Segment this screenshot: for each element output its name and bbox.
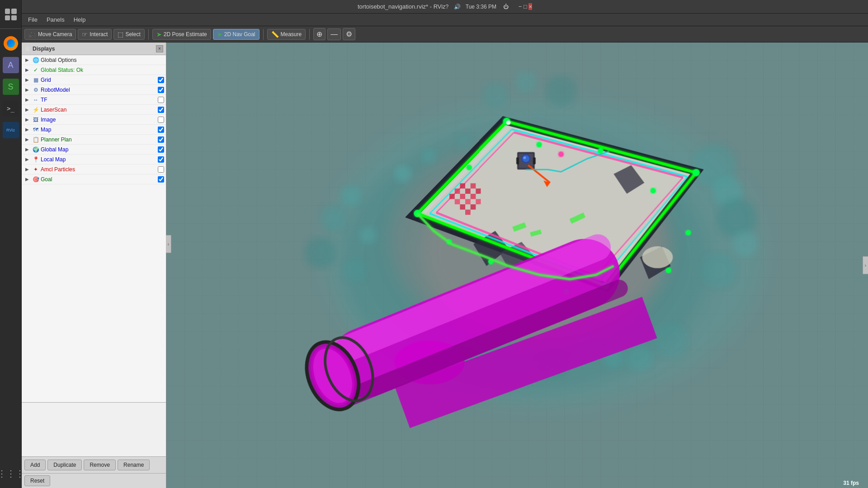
tree-item-global-options[interactable]: ▶ 🌐 Global Options <box>22 55 166 65</box>
amcl-particles-checkbox[interactable] <box>158 166 164 173</box>
expand-arrow-amcl: ▶ <box>25 167 31 172</box>
app2-button[interactable]: S <box>0 76 22 98</box>
app1-button[interactable]: A <box>0 54 22 76</box>
crosshair-button[interactable]: ⊕ <box>313 28 326 40</box>
map-icon: 🗺 <box>32 126 39 133</box>
maximize-button[interactable]: □ <box>524 3 527 10</box>
map-checkbox[interactable] <box>158 127 164 133</box>
expand-arrow-tf: ▶ <box>25 97 31 102</box>
content-area: 🖥 Displays × ▶ 🌐 Global Options ▶ ✓ Glob… <box>22 42 868 488</box>
select-button[interactable]: ⬚ Select <box>113 29 144 40</box>
expand-arrow-robot: ▶ <box>25 87 31 92</box>
pose-estimate-button[interactable]: ➤ 2D Pose Estimate <box>152 29 211 40</box>
grid-checkbox[interactable] <box>158 77 164 83</box>
reset-button[interactable]: Reset <box>24 475 50 486</box>
zoom-button[interactable]: — <box>327 28 341 40</box>
global-status-icon: ✓ <box>32 66 39 74</box>
collapse-panel-handle[interactable]: ‹ <box>166 235 171 253</box>
svg-point-76 <box>524 156 526 159</box>
svg-point-12 <box>717 198 756 237</box>
minimize-button[interactable]: − <box>519 3 522 10</box>
expand-arrow-goal: ▶ <box>25 177 31 182</box>
svg-point-15 <box>653 323 689 358</box>
move-camera-icon: 🎥 <box>28 31 36 38</box>
goal-checkbox[interactable] <box>158 176 164 183</box>
file-menu[interactable]: File <box>24 15 42 24</box>
svg-point-75 <box>523 155 530 162</box>
robot-model-icon: ⚙ <box>32 86 39 94</box>
amcl-particles-icon: ✦ <box>32 166 39 173</box>
svg-point-17 <box>394 165 412 183</box>
planner-plan-checkbox[interactable] <box>158 136 164 143</box>
firefox-button[interactable] <box>0 33 22 54</box>
volume-icon[interactable]: 🔊 <box>454 4 461 10</box>
svg-point-18 <box>422 149 438 164</box>
displays-close-button[interactable]: × <box>156 45 163 52</box>
tree-item-tf[interactable]: ▶ ↔ TF <box>22 95 166 105</box>
svg-point-3 <box>340 185 362 207</box>
crosshair-icon: ⊕ <box>316 30 322 38</box>
menu-bar: File Panels Help <box>22 14 868 26</box>
tree-item-amcl-particles[interactable]: ▶ ✦ Amcl Particles <box>22 164 166 174</box>
interact-icon: ☞ <box>82 31 88 38</box>
svg-rect-68 <box>476 188 481 194</box>
tree-item-map[interactable]: ▶ 🗺 Map <box>22 125 166 135</box>
local-map-checkbox[interactable] <box>158 156 164 163</box>
taskbar-icons: ? 🔊 Tue 3:36 PM ⏻ <box>446 4 514 10</box>
rviz-button[interactable]: RViz <box>0 119 22 141</box>
fps-counter: 31 fps <box>843 480 859 486</box>
move-camera-button[interactable]: 🎥 Move Camera <box>24 29 76 40</box>
svg-rect-62 <box>460 194 465 199</box>
tree-item-global-status[interactable]: ▶ ✓ Global Status: Ok <box>22 65 166 75</box>
activities-button[interactable] <box>0 4 22 25</box>
tf-icon: ↔ <box>32 96 39 103</box>
displays-header: 🖥 Displays × <box>22 42 166 55</box>
tree-item-laser-scan[interactable]: ▶ ⚡ LaserScan <box>22 105 166 115</box>
viewport[interactable]: › 31 fps <box>166 42 868 488</box>
tree-item-local-map[interactable]: ▶ 📍 Local Map <box>22 155 166 164</box>
tf-checkbox[interactable] <box>158 97 164 103</box>
tree-item-global-map[interactable]: ▶ 🌍 Global Map <box>22 145 166 155</box>
svg-point-51 <box>598 148 603 154</box>
rename-button[interactable]: Rename <box>118 460 150 470</box>
power-icon[interactable]: ⏻ <box>503 4 509 10</box>
tree-item-planner-plan[interactable]: ▶ 📋 Planner Plan <box>22 135 166 145</box>
expand-arrow-2: ▶ <box>25 67 31 72</box>
tree-item-robot-model[interactable]: ▶ ⚙ RobotModel <box>22 85 166 95</box>
measure-button[interactable]: 📏 Measure <box>267 29 306 40</box>
svg-rect-60 <box>460 183 465 188</box>
add-button[interactable]: Add <box>24 460 46 470</box>
svg-rect-70 <box>470 204 476 210</box>
svg-point-32 <box>642 246 673 268</box>
interact-button[interactable]: ☞ Interact <box>78 29 112 40</box>
expand-arrow-image: ▶ <box>25 117 31 122</box>
robot-model-checkbox[interactable] <box>158 87 164 93</box>
svg-point-54 <box>666 268 671 273</box>
panels-menu[interactable]: Panels <box>42 15 69 24</box>
duplicate-button[interactable]: Duplicate <box>47 460 82 470</box>
help-menu[interactable]: Help <box>69 15 90 24</box>
global-map-checkbox[interactable] <box>158 146 164 153</box>
svg-point-16 <box>627 345 653 371</box>
nav-goal-button[interactable]: ➤ 2D Nav Goal <box>213 29 259 40</box>
close-button[interactable]: × <box>528 3 532 10</box>
svg-point-52 <box>651 188 656 193</box>
svg-point-4 <box>305 238 335 268</box>
global-options-icon: 🌐 <box>32 56 39 64</box>
tree-item-image[interactable]: ▶ 🖼 Image <box>22 115 166 125</box>
svg-point-94 <box>558 152 564 157</box>
svg-point-50 <box>537 142 542 147</box>
laser-scan-checkbox[interactable] <box>158 107 164 113</box>
tree-item-grid[interactable]: ▶ ▦ Grid <box>22 75 166 85</box>
terminal-button[interactable]: >_ <box>0 98 22 119</box>
right-panel-handle[interactable]: › <box>863 256 868 274</box>
dots-button[interactable]: ⋮⋮⋮ <box>0 463 22 484</box>
title-bar: tortoisebot_navigation.rviz* - RViz ? 🔊 … <box>22 0 868 14</box>
remove-button[interactable]: Remove <box>84 460 116 470</box>
svg-rect-71 <box>476 199 481 204</box>
tree-item-goal[interactable]: ▶ 🎯 Goal <box>22 174 166 184</box>
tree-view: ▶ 🌐 Global Options ▶ ✓ Global Status: Ok… <box>22 55 166 402</box>
question-icon[interactable]: ? <box>446 4 449 10</box>
settings-button[interactable]: ⚙ <box>343 28 355 40</box>
image-checkbox[interactable] <box>158 117 164 123</box>
